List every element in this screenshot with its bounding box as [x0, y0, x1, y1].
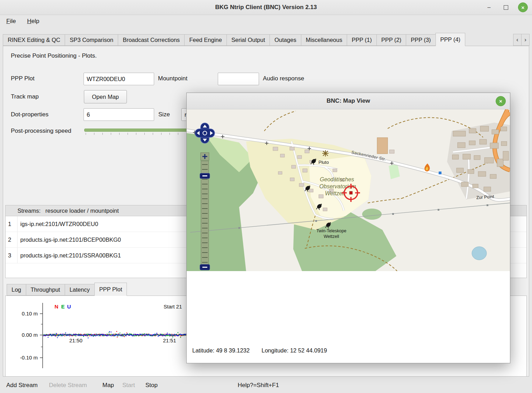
pluto-label: Pluto: [318, 160, 329, 165]
tab-serial-output[interactable]: Serial Output: [227, 34, 270, 46]
dialog-titlebar[interactable]: BNC: Map View ×: [187, 93, 510, 109]
audio-response-label: Audio response: [263, 75, 304, 82]
chevron-right-icon[interactable]: ›: [521, 34, 530, 46]
tab-feed-engine[interactable]: Feed Engine: [184, 34, 227, 46]
tab-sp3-comparison[interactable]: SP3 Comparison: [65, 34, 118, 46]
pane-heading: Precise Point Positioning - Plots.: [11, 52, 97, 59]
row-number: 1: [6, 216, 17, 232]
track-map-label: Track map: [11, 93, 39, 100]
tab-rinex-editing-qc[interactable]: RINEX Editing & QC: [3, 34, 65, 46]
menu-file[interactable]: File: [6, 18, 16, 25]
tab-ppp-plot[interactable]: PPP Plot: [94, 283, 127, 296]
dot-properties-input[interactable]: [84, 108, 154, 121]
post-processing-slider[interactable]: [84, 129, 191, 132]
delete-stream-button[interactable]: Delete Stream: [49, 380, 87, 391]
y-tick-label: 0.10 m: [22, 311, 38, 316]
mountpoint-input[interactable]: [218, 73, 259, 85]
dot-size-label: Size: [158, 111, 170, 118]
legend-e: E: [61, 304, 65, 310]
tan-building: [377, 138, 388, 154]
map-button[interactable]: Map: [102, 380, 114, 391]
stop-button[interactable]: Stop: [145, 380, 158, 391]
main-window: BKG Ntrip Client (BNC) Version 2.13 – × …: [0, 0, 532, 393]
tab-miscellaneous[interactable]: Miscellaneous: [301, 34, 347, 46]
window-title: BKG Ntrip Client (BNC) Version 2.13: [215, 4, 317, 10]
ppp-plot-input[interactable]: [84, 73, 154, 85]
menu-help[interactable]: Help: [27, 18, 39, 25]
tab-broadcast-corrections[interactable]: Broadcast Corrections: [118, 34, 185, 46]
stream-url: products.igs-ip.net:2101/SSRA00BKG1: [17, 248, 121, 263]
row-number: 3: [6, 248, 17, 263]
help-hint: Help?=Shift+F1: [238, 380, 279, 391]
titlebar[interactable]: BKG Ntrip Client (BNC) Version 2.13 – ×: [0, 0, 532, 15]
zoom-control: [200, 153, 210, 270]
x-tick-label: 21:51: [163, 337, 176, 343]
map-area: Sackenrieder Str. Pluto Geodätisches Obs…: [187, 109, 510, 271]
coordinates-readout: Latitude: 49 8 39.1232 Longitude: 12 52 …: [192, 347, 327, 354]
open-map-button[interactable]: Open Map: [84, 90, 127, 103]
tab-throughput[interactable]: Throughput: [26, 284, 65, 296]
legend-n: N: [55, 304, 58, 310]
dialog-close-icon[interactable]: ×: [496, 96, 506, 106]
maximize-icon[interactable]: [501, 3, 510, 12]
twin-telescope-label: Wettzell: [324, 234, 339, 239]
tab-latency[interactable]: Latency: [65, 284, 95, 296]
menubar: File Help: [0, 15, 532, 27]
legend-u: U: [67, 304, 71, 310]
asterisk-marker-icon: [322, 150, 329, 157]
tab-outages[interactable]: Outages: [269, 34, 301, 46]
plot-start-label: Start 21: [164, 304, 182, 310]
chevron-left-icon[interactable]: ‹: [513, 34, 522, 46]
row-number: 2: [6, 232, 17, 247]
map-view-dialog: BNC: Map View ×: [186, 93, 510, 363]
slider-ticks: [86, 133, 190, 135]
minimize-icon[interactable]: –: [484, 3, 494, 12]
longitude-value: Longitude: 12 52 44.0919: [261, 347, 327, 354]
tab-ppp-4[interactable]: PPP (4): [436, 33, 465, 46]
y-tick-label: 0.00 m: [22, 332, 38, 338]
dialog-title: BNC: Map View: [326, 97, 370, 104]
tab-ppp-3[interactable]: PPP (3): [406, 34, 436, 46]
start-button[interactable]: Start: [122, 380, 135, 391]
post-processing-label: Post-processing speed: [11, 128, 71, 134]
footer-toolbar: Add Stream Delete Stream Map Start Stop …: [0, 380, 532, 391]
tab-log[interactable]: Log: [7, 284, 26, 296]
window-controls: – ×: [484, 0, 528, 15]
main-tabbar: RINEX Editing & QC SP3 Comparison Broadc…: [3, 33, 529, 46]
observatory-label: Geodätisches: [320, 176, 354, 182]
tab-ppp-2[interactable]: PPP (2): [376, 34, 406, 46]
stream-url: igs-ip.net:2101/WTZR00DEU0: [17, 216, 98, 232]
twin-telescope-label: Twin-Teleskope: [316, 228, 346, 233]
close-icon[interactable]: ×: [518, 2, 528, 12]
tab-scroll-buttons: ‹ ›: [513, 34, 529, 46]
y-tick-label: -0.10 m: [20, 355, 38, 361]
blue-square-marker: [439, 172, 441, 174]
pond: [472, 247, 487, 260]
dot-properties-label: Dot-properties: [11, 111, 49, 118]
map-canvas[interactable]: Sackenrieder Str. Pluto Geodätisches Obs…: [187, 109, 510, 271]
stream-url: products.igs-ip.net:2101/BCEP00BKG0: [17, 232, 121, 247]
x-tick-label: 21:50: [69, 337, 82, 343]
tab-ppp-1[interactable]: PPP (1): [347, 34, 376, 46]
add-stream-button[interactable]: Add Stream: [6, 380, 38, 391]
log-tabbar: Log Throughput Latency PPP Plot: [7, 283, 127, 296]
mountpoint-label: Mountpoint: [158, 75, 187, 82]
ppp-plot-label: PPP Plot: [11, 75, 35, 82]
latitude-value: Latitude: 49 8 39.1232: [192, 347, 250, 354]
